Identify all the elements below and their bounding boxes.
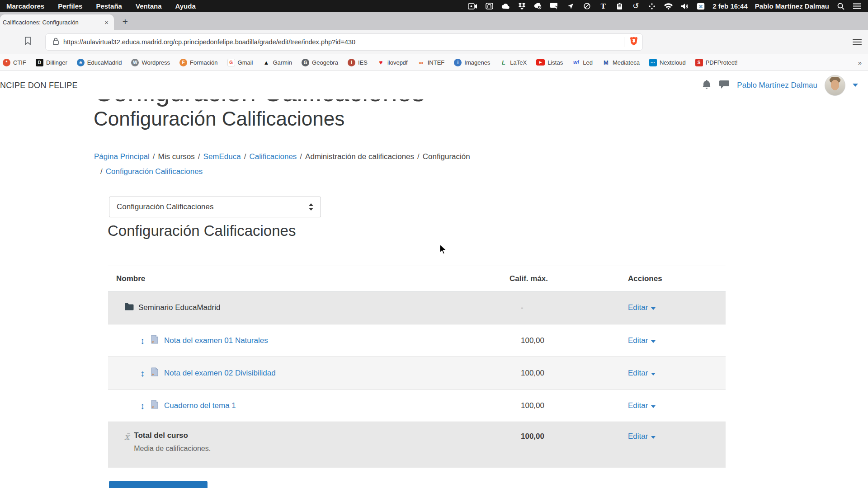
browser-toolbar: https://aulavirtual32.educa.madrid.org/c…	[0, 30, 868, 54]
table-row-category: Seminario EducaMadrid - Editar	[108, 291, 726, 324]
url-divider	[624, 37, 624, 47]
time-machine-icon[interactable]: ↺	[631, 2, 640, 10]
display-share-icon[interactable]	[550, 2, 559, 10]
table-row-item-3: ↕ Cuaderno del tema 1 100,00 Editar	[108, 389, 726, 422]
garmin-favicon: ▲	[262, 59, 270, 66]
dropbox-icon[interactable]	[517, 2, 526, 10]
bookmark-formacion[interactable]: FFormación	[179, 59, 217, 66]
move-handle-icon[interactable]: ↕	[140, 401, 145, 410]
bookmark-wordpress[interactable]: WWordpress	[131, 59, 170, 66]
url-text[interactable]: https://aulavirtual32.educa.madrid.org/c…	[63, 38, 618, 46]
user-menu-caret-icon[interactable]	[853, 84, 858, 87]
gradebook-view-select[interactable]: Configuración Calificaciones	[109, 197, 321, 217]
bookmark-geogebra[interactable]: GGeogebra	[302, 59, 338, 66]
edit-menu-item-2[interactable]: Editar	[628, 369, 656, 377]
imagenes-favicon: i	[454, 59, 462, 66]
bookmark-latex[interactable]: LLaTeX	[500, 59, 527, 66]
clipboard-icon[interactable]	[615, 2, 624, 10]
notification-center-icon[interactable]	[853, 2, 862, 10]
browser-tab-strip: Calificaciones: Configuración × +	[0, 12, 868, 30]
breadcrumb-configuracion: Configuración	[423, 152, 470, 161]
move-handle-icon[interactable]: ↕	[140, 336, 145, 345]
bookmark-educamadrid[interactable]: eEducaMadrid	[77, 59, 122, 66]
dots-icon[interactable]	[647, 2, 656, 10]
breadcrumb-mis-cursos: Mis cursos	[158, 152, 195, 161]
bookmark-pdfprotect[interactable]: SPDFProtect!	[695, 59, 738, 66]
spotlight-search-icon[interactable]	[836, 2, 845, 10]
folder-icon	[124, 303, 134, 313]
caret-down-icon	[651, 340, 656, 343]
bookmark-intef[interactable]: ∞INTEF	[417, 59, 445, 66]
bookmark-led[interactable]: w!Led	[572, 59, 593, 66]
active-tab[interactable]: Calificaciones: Configuración ×	[0, 14, 114, 30]
site-name[interactable]: NCIPE DON FELIPE	[0, 81, 78, 90]
screen-mirroring-icon[interactable]	[485, 2, 494, 10]
menu-marcadores[interactable]: Marcadores	[6, 2, 44, 10]
edit-menu-item-3[interactable]: Editar	[628, 401, 656, 410]
move-handle-icon[interactable]: ↕	[140, 369, 145, 378]
bookmark-nextcloud[interactable]: •••Nextcloud	[649, 59, 686, 66]
bookmark-dillinger[interactable]: DDillinger	[36, 59, 67, 66]
intef-favicon: ∞	[417, 59, 425, 66]
breadcrumb-calificaciones[interactable]: Calificaciones	[249, 152, 297, 161]
save-changes-button[interactable]	[109, 481, 208, 488]
grade-item-link-3[interactable]: Cuaderno del tema 1	[164, 401, 236, 410]
breadcrumb-pagina-principal[interactable]: Página Principal	[94, 152, 150, 161]
bookmark-ctif[interactable]: *CTIF	[3, 59, 26, 66]
grade-item-link-1[interactable]: Nota del examen 01 Naturales	[164, 336, 268, 345]
avatar[interactable]	[825, 75, 845, 96]
bookmark-listas[interactable]: ▶Listas	[536, 59, 563, 66]
header-user-name[interactable]: Pablo Martínez Dalmau	[737, 81, 817, 90]
menu-bar-clock[interactable]: 2 feb 16:44	[712, 2, 748, 10]
bookmark-flag-icon[interactable]	[24, 37, 31, 47]
led-favicon: w!	[572, 59, 580, 66]
messages-icon[interactable]	[719, 80, 730, 91]
bookmark-ies[interactable]: IIES	[348, 59, 368, 66]
tab-title: Calificaciones: Configuración	[3, 19, 103, 26]
edit-menu-item-1[interactable]: Editar	[628, 336, 656, 345]
formacion-favicon: F	[179, 59, 187, 66]
brave-shield-icon[interactable]	[630, 37, 638, 47]
browser-menu-icon[interactable]	[853, 38, 862, 47]
total-max: 100,00	[509, 422, 628, 441]
text-tool-icon[interactable]: T	[599, 2, 608, 10]
edit-menu-category[interactable]: Editar	[628, 303, 656, 312]
item-max-1: 100,00	[509, 336, 628, 345]
menu-bar-user[interactable]: Pablo Martínez Dalmau	[755, 2, 829, 10]
menu-pestana[interactable]: Pestaña	[96, 2, 122, 10]
address-bar[interactable]: https://aulavirtual32.educa.madrid.org/c…	[45, 33, 643, 51]
edit-menu-total[interactable]: Editar	[628, 432, 656, 441]
ilovepdf-favicon: ♥	[377, 59, 385, 66]
grade-setup-table: Nombre Calif. máx. Acciones Seminario Ed…	[108, 266, 726, 468]
nextcloud-favicon: •••	[649, 59, 657, 66]
menu-ventana[interactable]: Ventana	[136, 2, 162, 10]
input-source-icon[interactable]: ⌘	[696, 2, 705, 10]
bookmark-mediateca[interactable]: MMediateca	[602, 59, 640, 66]
location-arrow-icon[interactable]	[566, 2, 575, 10]
grade-item-link-2[interactable]: Nota del examen 02 Divisibilidad	[164, 369, 276, 378]
volume-icon[interactable]	[680, 2, 689, 10]
menu-perfiles[interactable]: Perfiles	[58, 2, 82, 10]
site-header: NCIPE DON FELIPE Pablo Martínez Dalmau	[0, 71, 868, 99]
cloud-sync-icon[interactable]	[533, 2, 542, 10]
menu-ayuda[interactable]: Ayuda	[175, 2, 196, 10]
bookmarks-overflow-chevron[interactable]: »	[858, 59, 862, 66]
breadcrumb-configuracion-calificaciones[interactable]: Configuración Calificaciones	[106, 167, 203, 176]
breadcrumb-semeduca[interactable]: SemEduca	[203, 152, 241, 161]
mediateca-favicon: M	[602, 59, 610, 66]
bookmark-garmin[interactable]: ▲Garmin	[262, 59, 292, 66]
video-camera-icon[interactable]	[468, 2, 477, 10]
bookmark-gmail[interactable]: GGmail	[227, 59, 253, 66]
mean-icon: x̄	[124, 432, 129, 441]
tab-close-icon[interactable]: ×	[103, 19, 110, 26]
notifications-bell-icon[interactable]	[702, 79, 712, 92]
grade-item-icon	[150, 335, 159, 346]
bookmark-ilovepdf[interactable]: ♥ilovepdf	[377, 59, 408, 66]
wifi-icon[interactable]	[664, 2, 673, 10]
new-tab-button[interactable]: +	[118, 15, 132, 28]
do-not-disturb-icon[interactable]	[582, 2, 591, 10]
latex-favicon: L	[500, 59, 507, 66]
page-title: Configuración Calificaciones	[94, 108, 344, 130]
bookmark-imagenes[interactable]: iImagenes	[454, 59, 490, 66]
onedrive-cloud-icon[interactable]	[501, 2, 510, 10]
